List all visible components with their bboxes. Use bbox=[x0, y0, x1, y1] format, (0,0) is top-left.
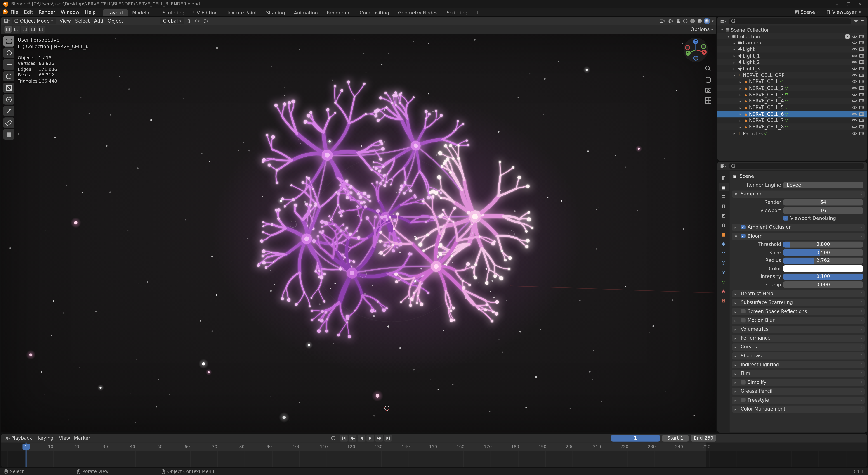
object-tab[interactable] bbox=[718, 230, 729, 238]
workspace-tab[interactable]: UV Editing bbox=[189, 9, 222, 16]
timeline-body[interactable]: 1020304050607080901001101201301401501601… bbox=[1, 443, 867, 467]
expand-arrow-icon[interactable]: ▾ bbox=[732, 73, 737, 77]
checkbox-icon[interactable] bbox=[741, 309, 745, 314]
properties-section-header[interactable]: ▸ Shadows ∷ bbox=[732, 352, 865, 359]
camera-view-icon[interactable] bbox=[705, 87, 711, 93]
value-slider[interactable]: 0.100 bbox=[783, 273, 863, 280]
hide-eye-icon[interactable] bbox=[852, 80, 857, 84]
pivot-point-icon[interactable]: ◎ bbox=[187, 18, 191, 23]
disable-render-icon[interactable] bbox=[859, 41, 864, 44]
shading-rendered-icon[interactable] bbox=[705, 19, 709, 23]
outliner-row[interactable]: ▸ NERVE_CELL_2 ▽ ✓ bbox=[717, 85, 867, 91]
properties-section-header[interactable]: ▸ Motion Blur ∷ bbox=[732, 317, 865, 324]
outliner-row[interactable]: ▸ Light_2 ▽ ✓ bbox=[717, 59, 867, 66]
hide-eye-icon[interactable] bbox=[852, 47, 857, 52]
exclude-checkbox[interactable]: ✓ bbox=[845, 34, 850, 39]
viewport-tool-button[interactable] bbox=[3, 83, 14, 93]
filter-icon[interactable] bbox=[854, 20, 858, 22]
viewport-menu-item[interactable]: Object bbox=[105, 18, 125, 24]
checkbox-icon[interactable] bbox=[741, 380, 745, 385]
disable-render-icon[interactable] bbox=[859, 54, 864, 57]
navigation-gizmo[interactable]: Z Y X bbox=[683, 37, 709, 63]
menu-item[interactable]: Render bbox=[36, 9, 58, 14]
outliner-row[interactable]: ▸ NERVE_CELL_4 ▽ ✓ bbox=[717, 98, 867, 104]
properties-section-header[interactable]: ▸ Freestyle ∷ bbox=[732, 396, 865, 404]
workspace-tab[interactable]: Animation bbox=[289, 9, 322, 16]
properties-section-header[interactable]: ▸ Performance ∷ bbox=[732, 334, 865, 342]
properties-section-header[interactable]: ▸ Indirect Lighting ∷ bbox=[732, 361, 865, 368]
expand-arrow-icon[interactable]: ▸ bbox=[738, 112, 743, 116]
disable-render-icon[interactable] bbox=[859, 112, 864, 116]
current-frame-field[interactable]: 1 bbox=[611, 435, 660, 441]
disable-render-icon[interactable] bbox=[859, 86, 864, 90]
checkbox-icon[interactable] bbox=[741, 234, 745, 238]
maximize-button[interactable]: ▢ bbox=[844, 1, 853, 6]
jump-to-start-button[interactable] bbox=[340, 435, 348, 441]
timeline-menu-item[interactable]: Playback bbox=[11, 436, 34, 441]
expand-arrow-icon[interactable]: ▸ bbox=[732, 54, 737, 58]
outliner-row[interactable]: ▸ NERVE_CELL_7 ▽ ✓ bbox=[717, 117, 867, 124]
expand-arrow-icon[interactable]: ▾ bbox=[726, 34, 731, 38]
timeline-menu-item[interactable]: View bbox=[59, 436, 70, 441]
expand-arrow-icon[interactable]: ▸ bbox=[738, 80, 743, 84]
workspace-tab[interactable]: Modeling bbox=[128, 9, 158, 16]
physics-tab[interactable] bbox=[718, 258, 729, 266]
properties-section-header[interactable]: ▸ Depth of Field ∷ bbox=[732, 290, 865, 297]
select-mode-subtract-button[interactable] bbox=[21, 26, 28, 33]
orientation-dropdown[interactable]: Global ▾ bbox=[160, 18, 184, 24]
number-field[interactable]: 16 bbox=[783, 207, 863, 213]
disable-render-icon[interactable] bbox=[859, 125, 864, 129]
disable-render-icon[interactable] bbox=[859, 67, 864, 70]
workspace-tab[interactable]: Compositing bbox=[355, 9, 394, 16]
material-tab[interactable] bbox=[718, 286, 729, 295]
select-mode-extend-button[interactable] bbox=[13, 26, 20, 33]
close-button[interactable]: × bbox=[856, 1, 865, 6]
disable-render-icon[interactable] bbox=[859, 73, 864, 77]
expand-arrow-icon[interactable]: ▸ bbox=[732, 41, 737, 45]
menu-item[interactable]: Help bbox=[82, 9, 98, 14]
scene-tab[interactable] bbox=[718, 211, 729, 219]
expand-arrow-icon[interactable]: ▾ bbox=[720, 28, 725, 32]
outliner-row[interactable]: ▸ Light_3 ▽ ✓ bbox=[717, 65, 867, 72]
select-mode-new-button[interactable] bbox=[4, 26, 12, 33]
outliner-row[interactable]: ▸ NERVE_CELL_3 ▽ ✓ bbox=[717, 91, 867, 98]
viewport-tool-button[interactable] bbox=[3, 59, 14, 70]
mode-dropdown[interactable]: ▢ Object Mode ▾ bbox=[11, 18, 56, 24]
viewport-denoising-row[interactable]: Viewport Denoising bbox=[730, 215, 867, 222]
render-engine-dropdown[interactable]: Eevee bbox=[783, 182, 863, 188]
hide-eye-icon[interactable] bbox=[852, 99, 857, 103]
data-tab[interactable] bbox=[718, 277, 729, 285]
disable-render-icon[interactable] bbox=[859, 48, 864, 51]
editor-type-icon[interactable]: ▧▾ bbox=[4, 18, 10, 23]
outliner-row[interactable]: ▸ Light ▽ ✓ bbox=[717, 46, 867, 53]
outliner-row[interactable]: ▸ Camera ▽ ✓ bbox=[717, 39, 867, 46]
shading-solid-icon[interactable] bbox=[690, 19, 695, 23]
texture-tab[interactable] bbox=[718, 296, 729, 304]
remove-viewlayer-icon[interactable]: × bbox=[858, 9, 862, 14]
next-keyframe-button[interactable] bbox=[375, 435, 383, 441]
disable-render-icon[interactable] bbox=[859, 80, 864, 83]
value-slider[interactable]: 0.800 bbox=[783, 241, 863, 248]
scene-selector[interactable]: ◩ Scene × bbox=[793, 9, 823, 14]
properties-section-header[interactable]: ▸ Curves ∷ bbox=[732, 343, 865, 350]
outliner-row[interactable]: ▾ Collection ▽ ✓ bbox=[717, 33, 867, 39]
section-ambient-occlusion[interactable]: ▸ Ambient Occlusion ∷ bbox=[732, 224, 865, 231]
timeline-editor-icon[interactable]: ◔▾ bbox=[4, 436, 10, 441]
start-frame-field[interactable]: Start1 bbox=[662, 435, 689, 441]
outliner-search-input[interactable] bbox=[728, 18, 851, 24]
outliner-row[interactable]: ▸ NERVE_CELL_8 ▽ ✓ bbox=[717, 124, 867, 130]
viewlayer-tab[interactable] bbox=[718, 202, 729, 210]
properties-section-header[interactable]: ▸ Volumetrics ∷ bbox=[732, 326, 865, 333]
menu-item[interactable]: Window bbox=[58, 9, 82, 14]
workspace-tab[interactable]: Rendering bbox=[322, 9, 355, 16]
hide-eye-icon[interactable] bbox=[852, 73, 857, 77]
hide-eye-icon[interactable] bbox=[852, 40, 857, 45]
play-reverse-button[interactable] bbox=[358, 435, 365, 441]
hide-eye-icon[interactable] bbox=[852, 54, 857, 58]
workspace-tab[interactable]: Texture Paint bbox=[222, 9, 261, 16]
section-bloom[interactable]: ▼ Bloom ∷ bbox=[732, 232, 865, 240]
expand-arrow-icon[interactable]: ▸ bbox=[738, 86, 743, 90]
end-frame-field[interactable]: End250 bbox=[691, 435, 716, 441]
outliner-row[interactable]: ▸ NERVE_CELL_6 ▽ ✓ bbox=[717, 111, 867, 117]
hide-eye-icon[interactable] bbox=[852, 66, 857, 71]
